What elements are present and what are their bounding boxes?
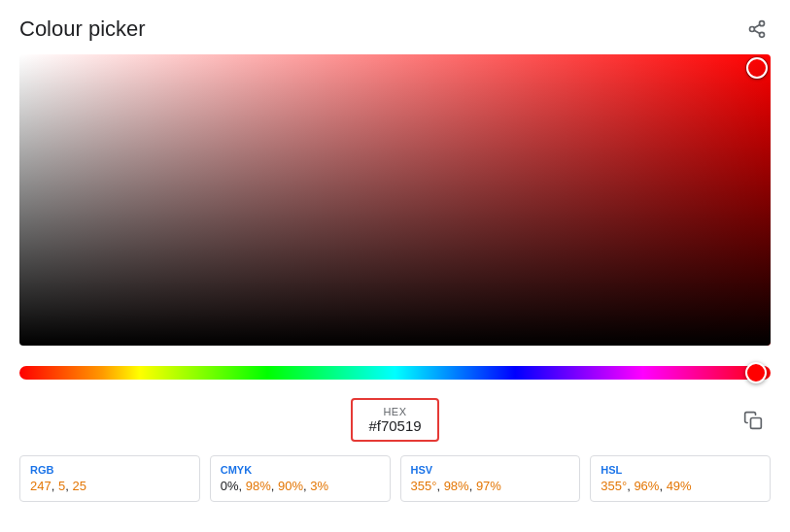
value-text-hsv: 355°, 98%, 97% [411,479,570,493]
color-canvas[interactable] [19,54,771,346]
hue-slider-wrapper [19,363,771,382]
hex-label: HEX [368,406,421,417]
value-text-cmyk: 0%, 98%, 90%, 3% [221,479,380,493]
values-row: RGB247, 5, 25CMYK0%, 98%, 90%, 3%HSV355°… [19,455,771,502]
value-label-cmyk: CMYK [221,464,380,476]
colour-picker-card: Colour picker HEX #f70519 [0,0,790,521]
value-label-hsv: HSV [411,464,570,476]
value-text-hsl: 355°, 96%, 49% [601,479,760,493]
hue-track[interactable] [19,366,771,380]
hex-section: HEX #f70519 [19,398,771,442]
page-title: Colour picker [19,17,146,42]
svg-line-3 [754,30,760,33]
share-button[interactable] [743,16,771,43]
hex-box[interactable]: HEX #f70519 [351,398,438,442]
copy-button[interactable] [736,403,771,438]
color-thumb[interactable] [746,57,768,79]
value-label-hsl: HSL [601,464,760,476]
value-text-rgb: 247, 5, 25 [30,479,189,493]
header: Colour picker [19,16,771,43]
svg-rect-5 [750,417,761,428]
value-label-rgb: RGB [30,464,189,476]
saturation-brightness-gradient [19,54,771,346]
hex-input-wrapper: HEX #f70519 [272,398,517,442]
value-box-rgb: RGB247, 5, 25 [19,455,200,502]
hex-value: #f70519 [368,417,421,434]
value-box-cmyk: CMYK0%, 98%, 90%, 3% [210,455,391,502]
hue-thumb[interactable] [745,362,767,383]
svg-line-4 [754,24,760,27]
value-box-hsl: HSL355°, 96%, 49% [590,455,771,502]
value-box-hsv: HSV355°, 98%, 97% [400,455,581,502]
